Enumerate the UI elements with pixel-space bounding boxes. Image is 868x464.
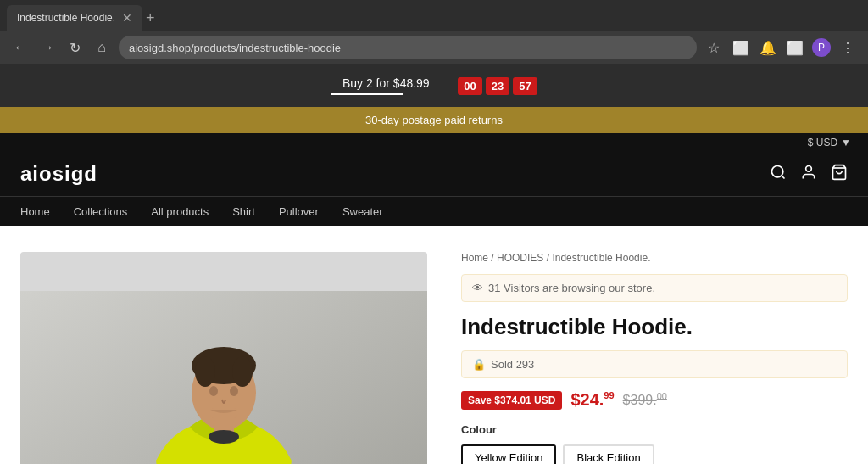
current-price-sup: 99	[604, 390, 614, 400]
svg-point-15	[209, 430, 239, 444]
promo-bar: Buy 2 for $48.99 00 23 57	[0, 64, 868, 107]
browser-chrome: Indestructible Hoodie. ✕ + ← → ↻ ⌂ ☆ ⬜ 🔔…	[0, 0, 868, 64]
browser-actions: ☆ ⬜ 🔔 ⬜ P ⋮	[704, 37, 858, 58]
svg-point-9	[195, 356, 215, 387]
product-image	[20, 291, 427, 464]
promo-text: Buy 2 for $48.99	[342, 76, 430, 90]
notifications-icon[interactable]: 🔔	[758, 37, 778, 58]
colour-options: Yellow Edition Black Edition	[461, 444, 848, 464]
svg-point-12	[230, 386, 238, 396]
tab-bar: Indestructible Hoodie. ✕ +	[0, 0, 868, 31]
browser-controls: ← → ↻ ⌂ ☆ ⬜ 🔔 ⬜ P ⋮	[0, 31, 868, 64]
colour-yellow-edition[interactable]: Yellow Edition	[461, 444, 556, 464]
svg-point-11	[209, 386, 218, 396]
sold-notice: 🔒 Sold 293	[461, 350, 848, 378]
visitors-notice: 👁 31 Visitors are browsing our store.	[461, 274, 848, 302]
breadcrumb-category[interactable]: HOODIES	[497, 252, 543, 264]
tab-close-button[interactable]: ✕	[122, 11, 132, 25]
currency-chevron-icon: ▼	[841, 137, 851, 148]
tab-title: Indestructible Hoodie.	[17, 12, 115, 24]
site-header: aiosigd	[0, 152, 868, 196]
nav-home[interactable]: Home	[20, 205, 50, 218]
visitors-text: 31 Visitors are browsing our store.	[488, 282, 655, 294]
svg-point-10	[232, 356, 253, 387]
profile-icon[interactable]: ⬜	[785, 37, 805, 58]
main-content: Home / HOODIES / Indestructible Hoodie. …	[0, 226, 868, 464]
save-badge: Save $374.01 USD	[461, 391, 562, 410]
original-price: $399.00	[623, 391, 667, 408]
product-info: Home / HOODIES / Indestructible Hoodie. …	[461, 252, 848, 464]
cart-icon[interactable]	[831, 164, 848, 185]
svg-line-1	[782, 175, 785, 178]
timer-seconds: 57	[513, 77, 537, 95]
new-tab-button[interactable]: +	[146, 9, 155, 27]
timer-minutes: 23	[486, 77, 509, 95]
avatar-button[interactable]: P	[812, 38, 831, 57]
timer-hours: 00	[458, 77, 481, 95]
currency-bar[interactable]: $ USD ▼	[0, 133, 868, 152]
original-price-sup: 00	[657, 391, 667, 401]
header-icons	[770, 164, 848, 185]
returns-bar: 30-day postage paid returns	[0, 107, 868, 133]
svg-point-0	[772, 165, 783, 176]
colour-label: Colour	[461, 423, 848, 436]
breadcrumb-home[interactable]: Home	[461, 252, 488, 264]
nav-sweater[interactable]: Sweater	[342, 205, 383, 218]
current-price: $24.99	[570, 390, 614, 410]
nav-all-products[interactable]: All products	[151, 205, 209, 218]
reload-button[interactable]: ↻	[64, 37, 85, 58]
product-title: Indestructible Hoodie.	[461, 314, 848, 340]
svg-point-2	[806, 165, 812, 171]
returns-text: 30-day postage paid returns	[365, 114, 503, 126]
product-image-container	[20, 252, 427, 464]
nav-pullover[interactable]: Pullover	[279, 205, 319, 218]
colour-section: Colour Yellow Edition Black Edition	[461, 423, 848, 464]
nav-collections[interactable]: Collections	[74, 205, 128, 218]
active-tab[interactable]: Indestructible Hoodie. ✕	[7, 5, 142, 31]
countdown-timer: 00 23 57	[458, 77, 537, 95]
search-icon[interactable]	[770, 164, 787, 185]
sold-count: Sold 293	[491, 358, 534, 371]
menu-icon[interactable]: ⋮	[837, 37, 858, 58]
site-nav: Home Collections All products Shirt Pull…	[0, 196, 868, 226]
account-icon[interactable]	[800, 164, 817, 185]
price-row: Save $374.01 USD $24.99 $399.00	[461, 390, 848, 410]
lock-icon: 🔒	[472, 358, 486, 371]
extensions-icon[interactable]: ⬜	[731, 37, 751, 58]
bookmark-icon[interactable]: ☆	[704, 37, 724, 58]
nav-shirt[interactable]: Shirt	[232, 205, 255, 218]
address-bar[interactable]	[119, 36, 697, 59]
eye-icon: 👁	[472, 282, 483, 294]
colour-black-edition[interactable]: Black Edition	[563, 444, 654, 464]
home-button[interactable]: ⌂	[92, 37, 112, 58]
forward-button[interactable]: →	[37, 37, 58, 58]
breadcrumb: Home / HOODIES / Indestructible Hoodie.	[461, 252, 848, 264]
back-button[interactable]: ←	[10, 37, 31, 58]
breadcrumb-product: Indestructible Hoodie.	[552, 252, 650, 264]
currency-selector[interactable]: $ USD	[808, 137, 837, 148]
site-logo[interactable]: aiosigd	[20, 162, 97, 186]
